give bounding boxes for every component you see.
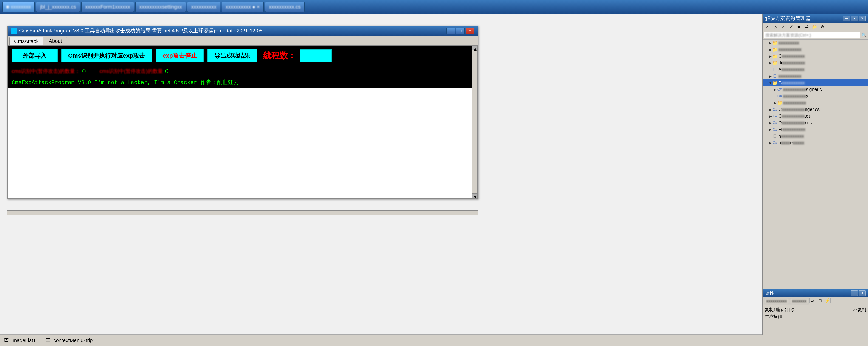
expander-6[interactable]: ▼ — [768, 81, 772, 85]
tree-item-3[interactable]: ▶ 📁 dixxxxxxxxxx — [763, 60, 868, 66]
taskbar-label-2: xxxxxxForm1xxxxxx — [85, 4, 130, 10]
stat-item-2: cms识别中(暂停攻击)的数量 0 — [100, 67, 169, 75]
toolbar-folder-btn[interactable]: 📁 — [811, 24, 818, 30]
taskbar-item-5[interactable]: xxxxxxxxxx ● × — [222, 2, 264, 12]
item-text-4: Axxxxxxxxxx — [778, 67, 804, 72]
toolbar-props-btn[interactable]: ⚙ — [819, 24, 826, 30]
expander-10[interactable]: ▶ — [768, 107, 772, 112]
tree-item-15[interactable]: ▶ C# hxxxxexxxxx — [763, 139, 868, 146]
folder-icon-1: 📁 — [772, 48, 777, 52]
taskbar: ■ xxxxxxxx jbl_j_xxxxxxx.cs xxxxxxForm1x… — [0, 0, 868, 14]
taskbar-label-3: xxxxxxxxxsettingxx — [139, 4, 182, 10]
item-text-8: xxxxxxxxxxx — [783, 94, 808, 99]
prop-category-btn[interactable]: ⊞ — [817, 298, 823, 304]
vertical-scrollbar[interactable]: ▲ ▼ — [472, 46, 477, 198]
prop-panel-controls: ─ × — [851, 290, 866, 296]
solution-explorer-tree: ▶ 📁 xxxxxxxxx ▶ 📁 xxxxxxxxxx ▶ 📁 Cxxxxxx… — [763, 39, 868, 289]
panel-float-button[interactable]: ▪ — [851, 15, 858, 21]
tree-item-6[interactable]: ▼ 📁 Cxxxxxxxxxx — [763, 80, 868, 86]
taskbar-item-6[interactable]: xxxxxxxxxx.cs — [265, 2, 305, 12]
taskbar-item-0[interactable]: ■ xxxxxxxx — [2, 2, 35, 12]
tab-cmsattack[interactable]: CmsAttack — [9, 37, 43, 45]
context-menu-icon: ☰ — [45, 338, 52, 343]
import-button[interactable]: 外部导入 — [12, 49, 58, 62]
expander-13[interactable]: ▶ — [768, 127, 772, 132]
folder-icon-3: 📁 — [772, 61, 777, 65]
close-button[interactable]: ✕ — [466, 28, 474, 34]
tree-item-7[interactable]: ▶ C# xxxxxxxxxxsigner.c — [763, 86, 868, 93]
attack-button[interactable]: Cms识别并执行对应exp攻击 — [61, 49, 152, 62]
prop-pin-button[interactable]: ─ — [851, 290, 858, 296]
expander-15[interactable]: ▶ — [768, 141, 772, 145]
main-layout: CmsExpAttackProgram V3.0 工具自动导出攻击成功的结果 需… — [0, 14, 868, 335]
tree-item-9[interactable]: ▶ 📁 xxxxxxxxxx — [763, 99, 868, 106]
search-button[interactable]: 🔍 — [861, 32, 867, 38]
tree-item-0[interactable]: ▶ 📁 xxxxxxxxx — [763, 39, 868, 46]
tree-item-8[interactable]: C# xxxxxxxxxxx — [763, 93, 868, 99]
taskbar-item-2[interactable]: xxxxxxForm1xxxxxx — [81, 2, 134, 12]
panel-close-button[interactable]: × — [859, 15, 866, 21]
stat2-label: cms识别中(暂停攻击)的数量 — [100, 68, 163, 75]
tree-item-14[interactable]: 🗒 hxxxxxxxxxx — [763, 133, 868, 139]
cs-icon-11: C# — [772, 114, 777, 118]
tab-about[interactable]: About — [44, 37, 67, 45]
stop-button[interactable]: exp攻击停止 — [156, 49, 204, 62]
expander-11[interactable]: ▶ — [768, 114, 772, 118]
toolbar-refresh-btn[interactable]: ↺ — [787, 24, 795, 30]
expander-12[interactable]: ▶ — [768, 121, 772, 125]
thread-count-box[interactable] — [300, 50, 332, 62]
scrollbar-down-arrow[interactable]: ▼ — [472, 193, 477, 198]
expander-8 — [773, 94, 777, 98]
toolbar-stop-btn[interactable]: ⊗ — [796, 24, 802, 30]
expander-9[interactable]: ▶ — [773, 101, 777, 105]
scrollbar-up-arrow[interactable]: ▲ — [472, 46, 477, 50]
taskbar-item-4[interactable]: xxxxxxxxxx — [187, 2, 220, 12]
log-area[interactable] — [8, 88, 472, 198]
tree-item-12[interactable]: ▶ C# Dxxxxxxxxxxr.cs — [763, 120, 868, 126]
expander-0[interactable]: ▶ — [768, 41, 772, 45]
properties-panel: 属性 ─ × xxxxxxxxxx xxxxxxx ≡↕ ⊞ ⚡ 复制到输出目录… — [763, 289, 868, 335]
minimize-button[interactable]: ─ — [446, 28, 455, 34]
item-text-0: xxxxxxxxx — [778, 40, 799, 45]
toolbar-sync-btn[interactable]: ⇄ — [803, 24, 810, 30]
tree-item-5[interactable]: ▶ 🗒 xxxxxxxxxx — [763, 73, 868, 80]
tree-item-4[interactable]: 🗒 Axxxxxxxxxx — [763, 66, 868, 73]
taskbar-item-3[interactable]: xxxxxxxxxsettingxx — [135, 2, 186, 12]
prop-event-btn[interactable]: ⚡ — [824, 298, 831, 304]
toolbar-forward-btn[interactable]: ▷ — [772, 24, 779, 30]
toolbar-home-btn[interactable]: ⌂ — [780, 24, 787, 30]
properties-titlebar: 属性 ─ × — [763, 289, 868, 297]
prop-close-button[interactable]: × — [859, 290, 866, 296]
item-text-1: xxxxxxxxxx — [778, 47, 801, 52]
expander-2[interactable]: ▶ — [768, 54, 772, 58]
expander-3[interactable]: ▶ — [768, 61, 772, 65]
solution-explorer-titlebar: 解决方案资源管理器 ─ ▪ × — [763, 14, 868, 23]
expander-5[interactable]: ▶ — [768, 74, 772, 78]
taskbar-item-1[interactable]: jbl_j_xxxxxxx.cs — [36, 2, 80, 12]
tree-item-1[interactable]: ▶ 📁 xxxxxxxxxx — [763, 46, 868, 53]
cms-window: CmsExpAttackProgram V3.0 工具自动导出攻击成功的结果 需… — [7, 26, 478, 199]
maximize-button[interactable]: □ — [456, 28, 465, 34]
bottom-item-1: ☰ contextMenuStrip1 — [45, 338, 95, 343]
folder-icon-6: 📁 — [772, 81, 777, 85]
tree-item-11[interactable]: ▶ C# Cxxxxxxxxxx.cs — [763, 113, 868, 120]
expander-7[interactable]: ▶ — [773, 88, 777, 92]
search-box[interactable]: 搜索解决方案资源(Ctrl+;) — [764, 32, 860, 38]
folder-icon-2: 📁 — [772, 54, 777, 58]
bottom-item-0: 🖼 imageList1 — [3, 338, 36, 343]
file-icon-5: 🗒 — [772, 74, 777, 78]
prop-row-0: 复制到输出目录 不复制 — [765, 306, 866, 313]
tree-horizontal-scroll[interactable] — [763, 146, 868, 151]
tree-item-10[interactable]: ▶ C# Cxxxxxxxxxxnger.cs — [763, 106, 868, 113]
taskbar-label-4: xxxxxxxxxx — [191, 4, 216, 10]
expander-1[interactable]: ▶ — [768, 48, 772, 52]
panel-pin-button[interactable]: ─ — [843, 15, 850, 21]
tree-item-13[interactable]: ▶ C# Fixxxxxxxxxx — [763, 126, 868, 133]
export-button[interactable]: 导出成功结果 — [208, 49, 257, 62]
tree-item-2[interactable]: ▶ 📁 Cxxxxxxxxxx — [763, 53, 868, 60]
horizontal-scrollbar[interactable] — [7, 211, 478, 215]
prop-sort-btn[interactable]: ≡↕ — [809, 298, 816, 304]
cs-icon-13: C# — [772, 127, 777, 132]
prop-label-0: 复制到输出目录 — [765, 307, 795, 313]
toolbar-back-btn[interactable]: ◁ — [764, 24, 771, 30]
